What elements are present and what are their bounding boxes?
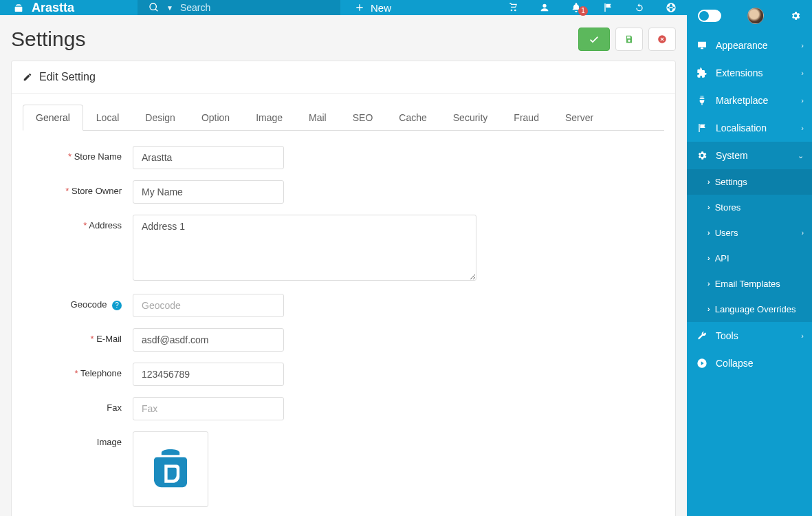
tab-option[interactable]: Option	[188, 105, 243, 131]
user-icon[interactable]	[529, 2, 560, 13]
cart-icon[interactable]	[497, 2, 529, 13]
sidebar-item-tools[interactable]: Tools›	[687, 322, 812, 350]
plug-icon	[696, 95, 707, 106]
row-fax: Fax	[23, 397, 664, 420]
bell-icon[interactable]: 1	[560, 2, 592, 13]
label-store-name: Store Name	[74, 151, 122, 162]
sidebar-item-system[interactable]: System⌄	[687, 142, 812, 169]
tab-mail[interactable]: Mail	[296, 105, 340, 131]
double-chevron-icon: ››	[707, 204, 708, 211]
sidebar-item-marketplace[interactable]: Marketplace›	[687, 87, 812, 114]
sidebar-topbar	[687, 0, 812, 32]
tab-general[interactable]: General	[23, 105, 83, 131]
tabs: GeneralLocalDesignOptionImageMailSEOCach…	[23, 105, 664, 131]
sidebar-sub-language-overrides[interactable]: ››Language Overrides	[687, 297, 812, 322]
new-button[interactable]: New	[340, 0, 405, 15]
puzzle-icon	[696, 67, 707, 78]
search-input[interactable]	[180, 2, 329, 13]
tab-fraud[interactable]: Fraud	[501, 105, 552, 131]
brand-name: Arastta	[32, 1, 74, 15]
search-icon[interactable]	[149, 2, 160, 13]
save-button[interactable]	[578, 28, 610, 51]
settings-panel: Edit Setting GeneralLocalDesignOptionIma…	[11, 61, 676, 516]
input-geocode[interactable]	[133, 294, 284, 317]
row-image: Image	[23, 431, 664, 507]
topbar-icons: 1	[497, 0, 687, 15]
help-icon[interactable]: ?	[112, 301, 122, 310]
brand[interactable]: Arastta	[0, 0, 138, 15]
sidebar-sub-label: Language Overrides	[715, 304, 796, 314]
desktop-icon	[696, 40, 707, 51]
sidebar-sub-api[interactable]: ››API	[687, 246, 812, 271]
theme-toggle[interactable]	[698, 10, 721, 22]
label-email: E-Mail	[96, 334, 122, 344]
row-address: * Address Address 1	[23, 215, 664, 283]
search-caret-icon[interactable]: ▼	[166, 4, 173, 12]
sidebar-sub-stores[interactable]: ››Stores	[687, 195, 812, 220]
cancel-button[interactable]	[648, 28, 676, 51]
page-header: Settings	[0, 15, 687, 61]
input-fax[interactable]	[133, 397, 284, 420]
sidebar-sub-label: API	[715, 253, 729, 264]
sidebar-item-label: System	[716, 150, 748, 161]
label-address: Address	[89, 220, 122, 230]
panel-body: GeneralLocalDesignOptionImageMailSEOCach…	[12, 94, 675, 516]
double-chevron-icon: ››	[707, 178, 708, 186]
double-chevron-icon: ››	[707, 280, 708, 288]
sidebar-item-localisation[interactable]: Localisation›	[687, 114, 812, 142]
tab-security[interactable]: Security	[440, 105, 501, 131]
sidebar-item-collapse[interactable]: Collapse	[687, 350, 812, 377]
input-store-name[interactable]	[133, 146, 284, 169]
new-label: New	[371, 2, 391, 14]
sidebar-sub-settings[interactable]: ››Settings	[687, 169, 812, 195]
flag-icon	[696, 122, 707, 133]
sidebar-sub-users[interactable]: ››Users›	[687, 220, 812, 246]
double-chevron-icon: ››	[707, 255, 708, 262]
sidebar-sub-email-templates[interactable]: ››Email Templates	[687, 271, 812, 297]
notification-badge: 1	[578, 6, 588, 16]
row-store-name: * Store Name	[23, 146, 664, 169]
tab-image[interactable]: Image	[243, 105, 296, 131]
sidebar-sub-label: Email Templates	[715, 279, 780, 289]
input-telephone[interactable]	[133, 363, 284, 386]
search-area: ▼	[138, 0, 340, 15]
sidebar-item-label: Tools	[716, 330, 738, 341]
sidebar-item-appearance[interactable]: Appearance›	[687, 32, 812, 59]
globe-icon[interactable]	[655, 2, 687, 13]
row-telephone: * Telephone	[23, 363, 664, 386]
panel-heading: Edit Setting	[12, 61, 675, 94]
sidebar-item-extensions[interactable]: Extensions›	[687, 59, 812, 87]
chevron-right-icon: ›	[801, 69, 804, 77]
input-store-owner[interactable]	[133, 180, 284, 204]
sidebar-sub-label: Users	[715, 228, 738, 238]
chevron-right-icon: ›	[801, 332, 804, 340]
circle-play-icon	[696, 358, 707, 369]
settings-gear-icon[interactable]	[790, 10, 801, 21]
flag-icon[interactable]	[592, 2, 624, 13]
tab-cache[interactable]: Cache	[386, 105, 439, 131]
row-geocode: Geocode ?	[23, 294, 664, 317]
tab-design[interactable]: Design	[132, 105, 188, 131]
chevron-down-icon: ⌄	[798, 151, 804, 160]
sidebar-sub-label: Settings	[715, 177, 747, 187]
image-thumbnail[interactable]	[133, 431, 208, 507]
sidebar-item-label: Localisation	[716, 122, 767, 133]
input-email[interactable]	[133, 328, 284, 352]
double-chevron-icon: ››	[707, 229, 708, 237]
tab-local[interactable]: Local	[83, 105, 132, 131]
page-actions	[578, 28, 676, 51]
label-fax: Fax	[107, 402, 122, 413]
avatar[interactable]	[747, 8, 764, 24]
label-store-owner: Store Owner	[72, 186, 122, 196]
row-store-owner: * Store Owner	[23, 180, 664, 204]
row-email: * E-Mail	[23, 328, 664, 352]
chevron-right-icon: ›	[801, 96, 804, 105]
tab-server[interactable]: Server	[552, 105, 606, 131]
tab-seo[interactable]: SEO	[340, 105, 386, 131]
refresh-icon[interactable]	[624, 2, 655, 13]
pencil-icon	[23, 72, 32, 82]
save-disk-button[interactable]	[615, 28, 643, 51]
page-title: Settings	[11, 28, 85, 51]
plus-icon	[354, 2, 365, 13]
input-address[interactable]: Address 1	[133, 215, 476, 281]
